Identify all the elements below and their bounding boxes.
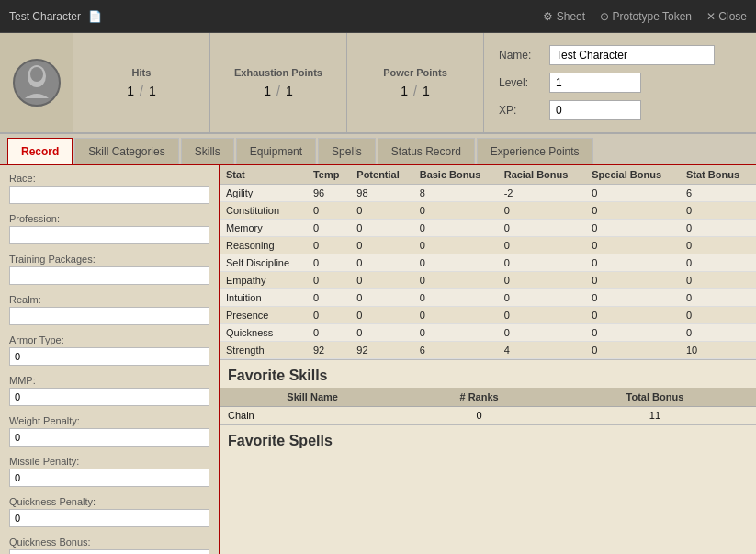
power-current[interactable]: 1 xyxy=(401,84,408,98)
tab-record[interactable]: Record xyxy=(7,138,73,164)
table-cell[interactable]: 0 xyxy=(414,272,499,289)
race-input[interactable] xyxy=(9,186,209,204)
close-button[interactable]: ✕ Close xyxy=(706,10,747,23)
exhaustion-max[interactable]: 1 xyxy=(286,84,293,98)
table-cell[interactable]: 0 xyxy=(499,289,587,307)
table-cell[interactable]: 0 xyxy=(586,254,681,272)
prototype-token-button[interactable]: ⊙ Prototype Token xyxy=(600,10,692,23)
table-cell: 11 xyxy=(554,407,756,424)
table-cell: Quickness xyxy=(220,324,308,342)
tab-skills[interactable]: Skills xyxy=(181,138,234,164)
tab-spells[interactable]: Spells xyxy=(318,138,376,164)
hits-current[interactable]: 1 xyxy=(127,84,134,98)
table-cell[interactable]: 0 xyxy=(681,307,756,324)
quickness-penalty-input[interactable] xyxy=(9,509,209,527)
realm-input[interactable] xyxy=(9,307,209,325)
table-cell[interactable]: 0 xyxy=(308,324,351,342)
table-cell[interactable]: 0 xyxy=(681,289,756,307)
table-cell[interactable]: -2 xyxy=(499,185,587,202)
profession-input[interactable] xyxy=(9,226,209,244)
table-cell[interactable]: 0 xyxy=(499,324,587,342)
table-cell[interactable]: 0 xyxy=(351,324,413,342)
table-cell[interactable]: 0 xyxy=(586,220,681,237)
tab-skill-categories[interactable]: Skill Categories xyxy=(74,138,178,164)
table-cell[interactable]: 0 xyxy=(351,307,413,324)
table-cell[interactable]: 0 xyxy=(681,237,756,254)
training-input[interactable] xyxy=(9,266,209,285)
table-row: Self Discipline000000 xyxy=(220,254,756,272)
missile-input[interactable] xyxy=(9,469,209,487)
mmp-input[interactable] xyxy=(9,388,209,406)
table-cell[interactable]: 0 xyxy=(308,220,351,237)
table-cell[interactable]: 0 xyxy=(586,289,681,307)
table-cell[interactable]: 0 xyxy=(308,254,351,272)
table-cell[interactable]: 0 xyxy=(414,307,499,324)
table-cell[interactable]: 0 xyxy=(586,202,681,220)
col-racial-bonus: Racial Bonus xyxy=(499,165,587,185)
table-cell[interactable]: 0 xyxy=(351,237,413,254)
table-cell[interactable]: 0 xyxy=(586,324,681,342)
title-bar: Test Character 📄 ⚙ Sheet ⊙ Prototype Tok… xyxy=(0,0,756,33)
table-cell[interactable]: 0 xyxy=(586,237,681,254)
table-cell[interactable]: 0 xyxy=(414,289,499,307)
table-cell[interactable]: 0 xyxy=(681,220,756,237)
table-cell[interactable]: 98 xyxy=(351,185,413,202)
sheet-button[interactable]: ⚙ Sheet xyxy=(543,10,585,23)
table-cell[interactable]: 92 xyxy=(308,342,351,359)
table-cell[interactable]: 0 xyxy=(681,324,756,342)
level-input[interactable] xyxy=(549,73,641,93)
weight-input[interactable] xyxy=(9,428,209,447)
exhaustion-current[interactable]: 1 xyxy=(264,84,271,98)
table-cell[interactable]: 0 xyxy=(586,272,681,289)
table-cell[interactable]: 0 xyxy=(414,202,499,220)
table-cell[interactable]: 0 xyxy=(351,254,413,272)
table-cell[interactable]: 0 xyxy=(351,272,413,289)
table-cell[interactable]: 0 xyxy=(308,307,351,324)
realm-group: Realm: xyxy=(9,294,209,325)
table-cell[interactable]: 0 xyxy=(308,237,351,254)
table-cell[interactable]: 0 xyxy=(351,202,413,220)
table-cell[interactable]: 0 xyxy=(414,254,499,272)
table-cell[interactable]: 0 xyxy=(681,202,756,220)
table-cell[interactable]: 8 xyxy=(414,185,499,202)
table-cell[interactable]: 0 xyxy=(414,324,499,342)
table-cell[interactable]: 0 xyxy=(308,202,351,220)
race-group: Race: xyxy=(9,173,209,204)
armor-input[interactable] xyxy=(9,347,209,366)
table-cell[interactable]: 0 xyxy=(499,220,587,237)
table-cell[interactable]: 0 xyxy=(308,289,351,307)
training-label: Training Packages: xyxy=(9,254,209,265)
xp-input[interactable] xyxy=(549,100,641,120)
quickness-bonus-input[interactable] xyxy=(9,549,209,554)
table-cell[interactable]: 0 xyxy=(308,272,351,289)
tab-equipment[interactable]: Equipment xyxy=(236,138,316,164)
left-panel: Race: Profession: Training Packages: Rea… xyxy=(0,165,220,554)
tab-status-record[interactable]: Status Record xyxy=(378,138,475,164)
hits-max[interactable]: 1 xyxy=(149,84,156,98)
col-stat-bonus: Stat Bonus xyxy=(681,165,756,185)
table-cell[interactable]: 92 xyxy=(351,342,413,359)
table-cell[interactable]: 0 xyxy=(414,220,499,237)
table-cell[interactable]: 0 xyxy=(499,272,587,289)
tab-experience-points[interactable]: Experience Points xyxy=(477,138,593,164)
table-cell[interactable]: 0 xyxy=(586,185,681,202)
table-cell[interactable]: 0 xyxy=(414,237,499,254)
table-cell[interactable]: 0 xyxy=(499,254,587,272)
table-cell[interactable]: 10 xyxy=(681,342,756,359)
table-cell[interactable]: 6 xyxy=(414,342,499,359)
table-cell[interactable]: 0 xyxy=(586,307,681,324)
table-cell[interactable]: 0 xyxy=(586,342,681,359)
table-row: Quickness000000 xyxy=(220,324,756,342)
table-cell[interactable]: 96 xyxy=(308,185,351,202)
table-cell[interactable]: 0 xyxy=(681,254,756,272)
table-cell[interactable]: 0 xyxy=(351,220,413,237)
table-cell[interactable]: 0 xyxy=(681,272,756,289)
table-cell[interactable]: 0 xyxy=(499,202,587,220)
name-input[interactable] xyxy=(549,45,715,65)
power-max[interactable]: 1 xyxy=(423,84,430,98)
table-cell[interactable]: 4 xyxy=(499,342,587,359)
table-cell[interactable]: 0 xyxy=(499,237,587,254)
table-cell[interactable]: 6 xyxy=(681,185,756,202)
table-cell[interactable]: 0 xyxy=(351,289,413,307)
table-cell[interactable]: 0 xyxy=(499,307,587,324)
